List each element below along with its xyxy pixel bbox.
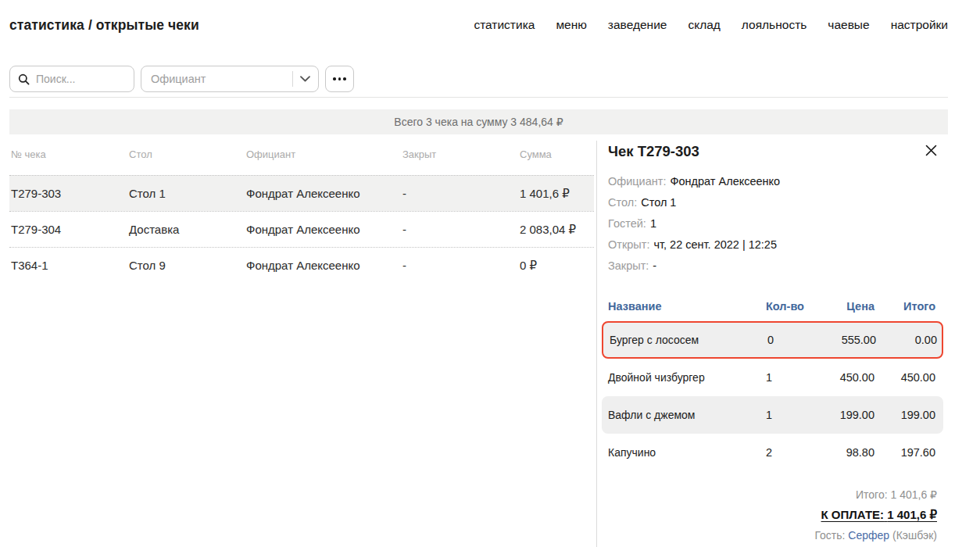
detail-table: Стол:Стол 1 xyxy=(608,192,937,213)
check-id: T279-304 xyxy=(11,223,129,236)
check-sum: 1 401,6 ₽ xyxy=(520,187,594,201)
item-name: Капучино xyxy=(608,446,766,459)
amount-due[interactable]: К ОПЛАТЕ: 1 401,6 ₽ xyxy=(821,508,937,522)
breadcrumb: статистика / открытые чеки xyxy=(9,17,199,34)
waiter-filter-label: Официант xyxy=(151,73,206,85)
item-price: 450.00 xyxy=(816,371,874,384)
panel-title: Чек T279-303 xyxy=(608,142,699,160)
item-total: 450.00 xyxy=(874,371,935,384)
item-price: 199.00 xyxy=(816,409,874,421)
col-header-sum: Сумма xyxy=(520,148,594,160)
check-row[interactable]: T364-1 Стол 9 Фондрат Алексеенко - 0 ₽ xyxy=(9,247,594,283)
nav-item-venue[interactable]: заведение xyxy=(608,18,667,32)
guest-line: Гость: Серфер (Кэшбэк) xyxy=(608,529,937,542)
col-header-table: Стол xyxy=(129,148,246,160)
item-col-qty: Кол-во xyxy=(766,300,816,313)
item-row: Вафли с джемом 1 199.00 199.00 xyxy=(602,396,943,434)
item-col-price: Цена xyxy=(816,300,874,313)
close-icon[interactable] xyxy=(925,145,937,156)
check-table: Доставка xyxy=(129,223,246,236)
check-id: T364-1 xyxy=(11,259,129,272)
guest-link[interactable]: Серфер xyxy=(848,529,889,542)
check-sum: 2 083,04 ₽ xyxy=(520,223,594,237)
check-details: Официант:Фондрат Алексеенко Стол:Стол 1 … xyxy=(602,171,943,277)
select-separator xyxy=(292,71,293,87)
check-table: Стол 1 xyxy=(129,187,246,200)
item-qty: 2 xyxy=(766,446,816,459)
item-row-highlighted: Бургер с лососем 0 555.00 0.00 xyxy=(602,321,943,359)
summary-text: Всего 3 чека на сумму 3 484,64 ₽ xyxy=(394,116,563,128)
check-table: Стол 9 xyxy=(129,259,246,272)
toolbar: Официант xyxy=(9,66,354,92)
col-header-waiter: Официант xyxy=(246,148,402,160)
check-waiter: Фондрат Алексеенко xyxy=(246,223,402,236)
nav-item-settings[interactable]: настройки xyxy=(891,18,948,32)
item-price: 98.80 xyxy=(816,446,874,459)
check-row[interactable]: T279-303 Стол 1 Фондрат Алексеенко - 1 4… xyxy=(9,175,594,211)
check-waiter: Фондрат Алексеенко xyxy=(246,259,402,272)
top-nav: статистика меню заведение склад лояльнос… xyxy=(474,18,948,32)
item-col-total: Итого xyxy=(874,300,935,313)
checks-table-header: № чека Стол Официант Закрыт Сумма xyxy=(9,148,594,175)
search-input[interactable] xyxy=(36,73,126,85)
ellipsis-icon xyxy=(333,77,336,80)
item-total: 0.00 xyxy=(876,334,937,346)
item-total: 199.00 xyxy=(874,409,935,421)
checks-table: № чека Стол Официант Закрыт Сумма T279-3… xyxy=(9,148,594,283)
item-name: Двойной чизбургер xyxy=(608,371,766,384)
search-icon xyxy=(18,73,30,85)
item-name: Вафли с джемом xyxy=(608,409,766,421)
nav-item-statistics[interactable]: статистика xyxy=(474,18,535,32)
check-closed: - xyxy=(402,187,520,200)
check-id: T279-303 xyxy=(11,187,129,200)
check-closed: - xyxy=(402,259,520,272)
check-row[interactable]: T279-304 Доставка Фондрат Алексеенко - 2… xyxy=(9,211,594,247)
item-price: 555.00 xyxy=(817,334,876,346)
item-qty: 1 xyxy=(766,371,816,384)
open-checks-page: статистика / открытые чеки статистика ме… xyxy=(0,0,980,547)
detail-guests: Гостей:1 xyxy=(608,213,937,234)
check-closed: - xyxy=(402,223,520,236)
check-totals: Итого: 1 401,6 ₽ К ОПЛАТЕ: 1 401,6 ₽ Гос… xyxy=(602,488,943,542)
check-detail-panel: Чек T279-303 Официант:Фондрат Алексеенко… xyxy=(602,142,943,547)
nav-item-loyalty[interactable]: лояльность xyxy=(742,18,807,32)
chevron-down-icon xyxy=(300,76,310,82)
toolbar-divider xyxy=(9,97,948,98)
col-header-closed: Закрыт xyxy=(402,148,520,160)
check-sum: 0 ₽ xyxy=(520,259,594,273)
item-row: Капучино 2 98.80 197.60 xyxy=(602,434,943,471)
panel-divider xyxy=(596,141,597,547)
nav-item-menu[interactable]: меню xyxy=(556,18,586,32)
item-name: Бургер с лососем xyxy=(610,334,767,346)
detail-opened: Открыт:чт, 22 сент. 2022 | 12:25 xyxy=(608,234,937,256)
check-waiter: Фондрат Алексеенко xyxy=(246,187,402,200)
item-qty: 0 xyxy=(767,334,817,346)
summary-bar: Всего 3 чека на сумму 3 484,64 ₽ xyxy=(9,109,948,134)
item-qty: 1 xyxy=(766,409,816,421)
detail-waiter: Официант:Фондрат Алексеенко xyxy=(608,171,937,192)
items-table-header: Название Кол-во Цена Итого xyxy=(602,291,943,321)
col-header-check-number: № чека xyxy=(11,148,129,160)
search-box[interactable] xyxy=(9,66,134,92)
item-row: Двойной чизбургер 1 450.00 450.00 xyxy=(602,359,943,396)
detail-closed: Закрыт:- xyxy=(608,256,937,277)
nav-item-tips[interactable]: чаевые xyxy=(828,18,869,32)
nav-item-stock[interactable]: склад xyxy=(688,18,720,32)
item-col-name: Название xyxy=(608,300,766,313)
page-header: статистика / открытые чеки статистика ме… xyxy=(0,0,980,41)
item-total: 197.60 xyxy=(874,446,935,459)
more-options-button[interactable] xyxy=(325,66,354,92)
waiter-filter-select[interactable]: Официант xyxy=(141,66,319,92)
subtotal-line: Итого: 1 401,6 ₽ xyxy=(608,488,937,501)
